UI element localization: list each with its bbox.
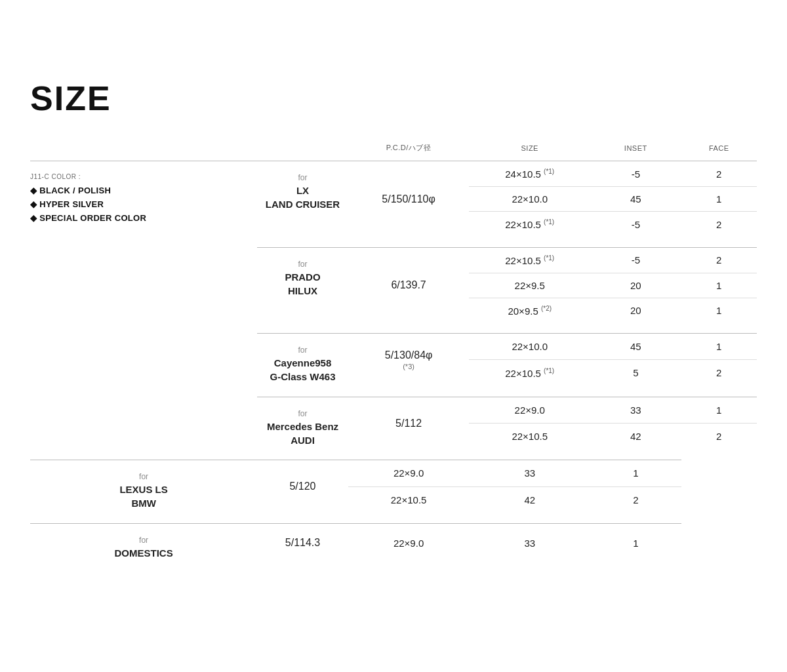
header-label-col [30, 138, 257, 161]
inset-value: 20 [590, 298, 681, 323]
size-value: 22×10.5 (*1) [469, 212, 590, 237]
face-value: 2 [681, 161, 757, 187]
inset-value: 33 [469, 523, 590, 563]
inset-value: 33 [590, 397, 681, 424]
size-value: 22×9.5 [469, 273, 590, 298]
color-item-0: ◆ BLACK / POLISH [30, 186, 257, 195]
face-value: 1 [681, 397, 757, 424]
for-main-line: G-Class W463 [257, 370, 348, 384]
color-info-cell: J11-C COLOR : ◆ BLACK / POLISH◆ HYPER SI… [30, 161, 257, 450]
pcd-value: 5/130/84φ [385, 349, 433, 361]
face-value: 2 [681, 247, 757, 273]
inset-value: 45 [590, 187, 681, 212]
size-note: (*1) [544, 367, 554, 374]
table-row: forDOMESTICS5/114.322×9.0331 [30, 523, 757, 563]
size-value: 22×10.5 [348, 486, 470, 513]
pcd-value: 5/114.3 [285, 537, 320, 548]
for-main-line: LX [257, 184, 348, 197]
size-value: 22×9.0 [348, 523, 470, 563]
inset-value: 5 [590, 359, 681, 386]
for-main-line: AUDI [257, 433, 348, 447]
for-main-line: Mercedes Benz [257, 420, 348, 433]
header-pcd: P.C.D/ハブ径 [348, 138, 470, 161]
for-cell-0: forLXLAND CRUISER [257, 161, 348, 237]
for-main-line: HILUX [257, 284, 348, 298]
face-value: 2 [681, 359, 757, 386]
face-value: 1 [590, 460, 681, 487]
header-face: FACE [681, 138, 757, 161]
table-header: P.C.D/ハブ径 SIZE INSET FACE [30, 138, 757, 161]
for-main-line: PRADO [257, 270, 348, 284]
pcd-cell-4: 5/120 [257, 460, 348, 513]
page-container: SIZE P.C.D/ハブ径 SIZE INSET FACE J11-C COL… [0, 0, 787, 602]
size-value: 24×10.5 (*1) [469, 161, 590, 187]
face-value: 2 [681, 212, 757, 237]
face-value: 2 [590, 486, 681, 513]
for-main-line: Cayenne958 [257, 356, 348, 370]
for-main-line: LAND CRUISER [257, 197, 348, 211]
inset-value: 45 [590, 334, 681, 360]
size-value: 22×10.5 [469, 424, 590, 450]
header-for-col [257, 138, 348, 161]
for-cell-4: forLEXUS LSBMW [30, 460, 257, 513]
face-value: 2 [681, 424, 757, 450]
for-small: for [257, 409, 348, 418]
face-value: 1 [681, 334, 757, 360]
size-value: 22×9.0 [469, 397, 590, 424]
size-table: P.C.D/ハブ径 SIZE INSET FACE J11-C COLOR : … [30, 138, 757, 563]
pcd-cell-0: 5/150/110φ [348, 161, 470, 237]
page-title: SIZE [30, 79, 757, 118]
for-cell-1: forPRADOHILUX [257, 247, 348, 323]
size-value: 22×10.0 [469, 187, 590, 212]
face-value: 1 [681, 298, 757, 323]
inset-value: -5 [590, 247, 681, 273]
size-value: 22×9.0 [348, 460, 470, 487]
pcd-cell-5: 5/114.3 [257, 523, 348, 563]
header-inset: INSET [590, 138, 681, 161]
spacer-row [30, 513, 757, 523]
color-item-2: ◆ SPECIAL ORDER COLOR [30, 213, 257, 223]
for-small: for [257, 173, 348, 182]
header-size: SIZE [469, 138, 590, 161]
size-note: (*2) [541, 305, 552, 312]
color-label: J11-C COLOR : [30, 173, 257, 180]
pcd-value: 6/139.7 [391, 279, 426, 290]
pcd-value: 5/150/110φ [382, 193, 435, 205]
for-small: for [30, 472, 257, 481]
inset-value: 42 [469, 486, 590, 513]
size-note: (*1) [544, 168, 554, 175]
size-value: 22×10.5 (*1) [469, 247, 590, 273]
size-note: (*1) [544, 218, 554, 226]
for-main-line: DOMESTICS [30, 546, 257, 560]
face-value: 1 [681, 187, 757, 212]
inset-value: 33 [469, 460, 590, 487]
table-row: J11-C COLOR : ◆ BLACK / POLISH◆ HYPER SI… [30, 161, 757, 187]
inset-value: 20 [590, 273, 681, 298]
for-cell-2: forCayenne958G-Class W463 [257, 334, 348, 387]
for-main-line: BMW [30, 496, 257, 510]
pcd-value: 5/120 [289, 481, 315, 492]
for-small: for [257, 260, 348, 269]
color-item-1: ◆ HYPER SILVER [30, 199, 257, 209]
for-main-line: LEXUS LS [30, 483, 257, 496]
pcd-value: 5/112 [395, 418, 422, 429]
pcd-cell-2: 5/130/84φ(*3) [348, 334, 470, 387]
face-value: 1 [590, 523, 681, 563]
size-value: 20×9.5 (*2) [469, 298, 590, 323]
pcd-cell-1: 6/139.7 [348, 247, 470, 323]
for-cell-3: forMercedes BenzAUDI [257, 397, 348, 450]
for-cell-5: forDOMESTICS [30, 523, 257, 563]
inset-value: -5 [590, 212, 681, 237]
table-row: forLEXUS LSBMW5/12022×9.0331 [30, 460, 757, 487]
for-small: for [30, 536, 257, 545]
inset-value: -5 [590, 161, 681, 187]
for-small: for [257, 346, 348, 355]
face-value: 1 [681, 273, 757, 298]
inset-value: 42 [590, 424, 681, 450]
size-value: 22×10.5 (*1) [469, 359, 590, 386]
size-note: (*1) [544, 254, 554, 262]
size-value: 22×10.0 [469, 334, 590, 360]
pcd-note: (*3) [348, 363, 470, 370]
pcd-cell-3: 5/112 [348, 397, 470, 450]
spacer-row [30, 450, 757, 460]
